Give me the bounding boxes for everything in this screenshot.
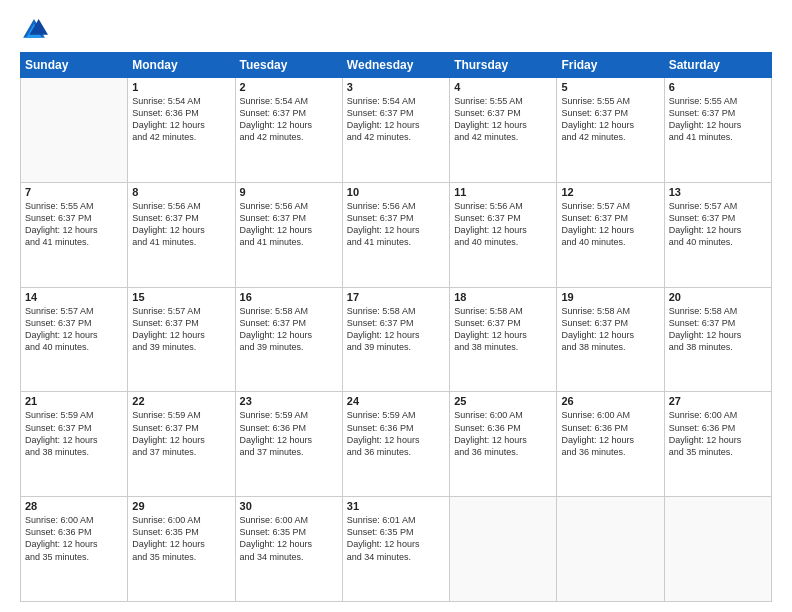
day-number: 14 <box>25 291 123 303</box>
day-info: Sunrise: 5:58 AMSunset: 6:37 PMDaylight:… <box>669 305 767 354</box>
day-cell: 1Sunrise: 5:54 AMSunset: 6:36 PMDaylight… <box>128 78 235 183</box>
day-number: 25 <box>454 395 552 407</box>
day-number: 16 <box>240 291 338 303</box>
logo <box>20 16 52 44</box>
day-info: Sunrise: 5:58 AMSunset: 6:37 PMDaylight:… <box>347 305 445 354</box>
day-cell: 10Sunrise: 5:56 AMSunset: 6:37 PMDayligh… <box>342 182 449 287</box>
day-number: 19 <box>561 291 659 303</box>
day-number: 4 <box>454 81 552 93</box>
day-info: Sunrise: 6:00 AMSunset: 6:36 PMDaylight:… <box>25 514 123 563</box>
day-info: Sunrise: 5:56 AMSunset: 6:37 PMDaylight:… <box>347 200 445 249</box>
day-cell: 16Sunrise: 5:58 AMSunset: 6:37 PMDayligh… <box>235 287 342 392</box>
day-number: 9 <box>240 186 338 198</box>
day-cell: 14Sunrise: 5:57 AMSunset: 6:37 PMDayligh… <box>21 287 128 392</box>
day-info: Sunrise: 5:55 AMSunset: 6:37 PMDaylight:… <box>669 95 767 144</box>
day-number: 6 <box>669 81 767 93</box>
day-number: 21 <box>25 395 123 407</box>
day-number: 17 <box>347 291 445 303</box>
day-info: Sunrise: 5:57 AMSunset: 6:37 PMDaylight:… <box>25 305 123 354</box>
day-info: Sunrise: 6:00 AMSunset: 6:35 PMDaylight:… <box>132 514 230 563</box>
day-info: Sunrise: 5:54 AMSunset: 6:37 PMDaylight:… <box>347 95 445 144</box>
day-cell <box>450 497 557 602</box>
col-header-monday: Monday <box>128 53 235 78</box>
day-cell: 29Sunrise: 6:00 AMSunset: 6:35 PMDayligh… <box>128 497 235 602</box>
day-info: Sunrise: 5:57 AMSunset: 6:37 PMDaylight:… <box>132 305 230 354</box>
week-row-2: 7Sunrise: 5:55 AMSunset: 6:37 PMDaylight… <box>21 182 772 287</box>
day-number: 5 <box>561 81 659 93</box>
header <box>20 16 772 44</box>
day-number: 28 <box>25 500 123 512</box>
day-cell: 25Sunrise: 6:00 AMSunset: 6:36 PMDayligh… <box>450 392 557 497</box>
day-info: Sunrise: 5:58 AMSunset: 6:37 PMDaylight:… <box>561 305 659 354</box>
day-cell: 28Sunrise: 6:00 AMSunset: 6:36 PMDayligh… <box>21 497 128 602</box>
day-number: 24 <box>347 395 445 407</box>
day-info: Sunrise: 5:59 AMSunset: 6:37 PMDaylight:… <box>132 409 230 458</box>
day-number: 2 <box>240 81 338 93</box>
day-info: Sunrise: 6:00 AMSunset: 6:36 PMDaylight:… <box>561 409 659 458</box>
day-cell: 13Sunrise: 5:57 AMSunset: 6:37 PMDayligh… <box>664 182 771 287</box>
day-info: Sunrise: 5:58 AMSunset: 6:37 PMDaylight:… <box>240 305 338 354</box>
week-row-3: 14Sunrise: 5:57 AMSunset: 6:37 PMDayligh… <box>21 287 772 392</box>
header-row: SundayMondayTuesdayWednesdayThursdayFrid… <box>21 53 772 78</box>
logo-icon <box>20 16 48 44</box>
day-cell: 18Sunrise: 5:58 AMSunset: 6:37 PMDayligh… <box>450 287 557 392</box>
day-number: 22 <box>132 395 230 407</box>
col-header-saturday: Saturday <box>664 53 771 78</box>
day-info: Sunrise: 5:54 AMSunset: 6:37 PMDaylight:… <box>240 95 338 144</box>
day-info: Sunrise: 5:55 AMSunset: 6:37 PMDaylight:… <box>25 200 123 249</box>
day-info: Sunrise: 5:56 AMSunset: 6:37 PMDaylight:… <box>132 200 230 249</box>
col-header-friday: Friday <box>557 53 664 78</box>
day-cell: 7Sunrise: 5:55 AMSunset: 6:37 PMDaylight… <box>21 182 128 287</box>
day-cell: 12Sunrise: 5:57 AMSunset: 6:37 PMDayligh… <box>557 182 664 287</box>
day-number: 20 <box>669 291 767 303</box>
day-cell: 23Sunrise: 5:59 AMSunset: 6:36 PMDayligh… <box>235 392 342 497</box>
day-cell: 22Sunrise: 5:59 AMSunset: 6:37 PMDayligh… <box>128 392 235 497</box>
day-cell: 21Sunrise: 5:59 AMSunset: 6:37 PMDayligh… <box>21 392 128 497</box>
day-cell: 26Sunrise: 6:00 AMSunset: 6:36 PMDayligh… <box>557 392 664 497</box>
day-number: 1 <box>132 81 230 93</box>
day-info: Sunrise: 6:00 AMSunset: 6:35 PMDaylight:… <box>240 514 338 563</box>
day-cell: 30Sunrise: 6:00 AMSunset: 6:35 PMDayligh… <box>235 497 342 602</box>
day-cell: 20Sunrise: 5:58 AMSunset: 6:37 PMDayligh… <box>664 287 771 392</box>
day-number: 23 <box>240 395 338 407</box>
day-info: Sunrise: 5:57 AMSunset: 6:37 PMDaylight:… <box>561 200 659 249</box>
calendar-table: SundayMondayTuesdayWednesdayThursdayFrid… <box>20 52 772 602</box>
day-info: Sunrise: 5:54 AMSunset: 6:36 PMDaylight:… <box>132 95 230 144</box>
day-info: Sunrise: 5:57 AMSunset: 6:37 PMDaylight:… <box>669 200 767 249</box>
day-number: 7 <box>25 186 123 198</box>
page: SundayMondayTuesdayWednesdayThursdayFrid… <box>0 0 792 612</box>
day-number: 8 <box>132 186 230 198</box>
day-number: 13 <box>669 186 767 198</box>
week-row-5: 28Sunrise: 6:00 AMSunset: 6:36 PMDayligh… <box>21 497 772 602</box>
day-cell: 11Sunrise: 5:56 AMSunset: 6:37 PMDayligh… <box>450 182 557 287</box>
day-info: Sunrise: 5:59 AMSunset: 6:36 PMDaylight:… <box>240 409 338 458</box>
day-info: Sunrise: 5:55 AMSunset: 6:37 PMDaylight:… <box>454 95 552 144</box>
day-cell: 24Sunrise: 5:59 AMSunset: 6:36 PMDayligh… <box>342 392 449 497</box>
day-number: 11 <box>454 186 552 198</box>
day-info: Sunrise: 5:56 AMSunset: 6:37 PMDaylight:… <box>454 200 552 249</box>
day-info: Sunrise: 5:58 AMSunset: 6:37 PMDaylight:… <box>454 305 552 354</box>
col-header-tuesday: Tuesday <box>235 53 342 78</box>
day-info: Sunrise: 6:00 AMSunset: 6:36 PMDaylight:… <box>454 409 552 458</box>
day-cell: 9Sunrise: 5:56 AMSunset: 6:37 PMDaylight… <box>235 182 342 287</box>
day-cell: 15Sunrise: 5:57 AMSunset: 6:37 PMDayligh… <box>128 287 235 392</box>
col-header-thursday: Thursday <box>450 53 557 78</box>
day-cell: 6Sunrise: 5:55 AMSunset: 6:37 PMDaylight… <box>664 78 771 183</box>
day-cell <box>557 497 664 602</box>
day-number: 10 <box>347 186 445 198</box>
day-number: 29 <box>132 500 230 512</box>
day-info: Sunrise: 5:59 AMSunset: 6:37 PMDaylight:… <box>25 409 123 458</box>
week-row-1: 1Sunrise: 5:54 AMSunset: 6:36 PMDaylight… <box>21 78 772 183</box>
day-number: 3 <box>347 81 445 93</box>
day-number: 18 <box>454 291 552 303</box>
day-number: 27 <box>669 395 767 407</box>
day-info: Sunrise: 6:01 AMSunset: 6:35 PMDaylight:… <box>347 514 445 563</box>
day-cell: 8Sunrise: 5:56 AMSunset: 6:37 PMDaylight… <box>128 182 235 287</box>
day-cell: 2Sunrise: 5:54 AMSunset: 6:37 PMDaylight… <box>235 78 342 183</box>
day-number: 31 <box>347 500 445 512</box>
col-header-wednesday: Wednesday <box>342 53 449 78</box>
col-header-sunday: Sunday <box>21 53 128 78</box>
day-cell: 27Sunrise: 6:00 AMSunset: 6:36 PMDayligh… <box>664 392 771 497</box>
day-cell: 4Sunrise: 5:55 AMSunset: 6:37 PMDaylight… <box>450 78 557 183</box>
day-info: Sunrise: 6:00 AMSunset: 6:36 PMDaylight:… <box>669 409 767 458</box>
